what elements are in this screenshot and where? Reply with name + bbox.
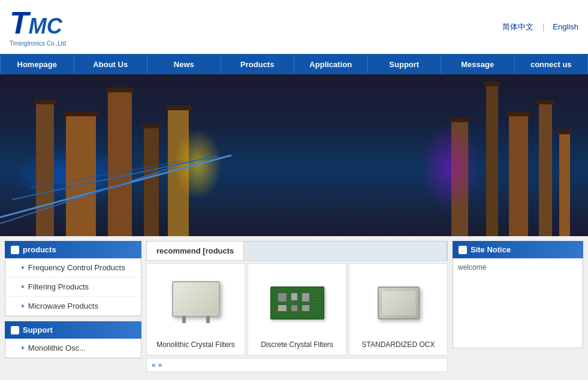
logo-area: T MC Timingtronics Co.,Ltd: [10, 5, 117, 49]
product-card-1[interactable]: Discrete Crystal Filters: [248, 263, 346, 355]
product-card-2[interactable]: STANDARDIZED OCX: [349, 263, 448, 355]
logo-wrapper: T MC Timingtronics Co.,Ltd: [10, 7, 66, 47]
page-header: T MC Timingtronics Co.,Ltd 简体中文 ｜ Englis…: [0, 0, 588, 54]
logo-imc: MC: [29, 14, 62, 39]
nav-products[interactable]: Products: [221, 55, 295, 74]
logo-tagline: Timingtronics Co.,Ltd: [10, 40, 66, 47]
site-notice-text: welcome: [458, 263, 486, 272]
product-img-1: [254, 270, 340, 336]
pcb-chip-2: [291, 293, 297, 300]
pcb-chip-4: [278, 305, 287, 311]
banner: [0, 74, 588, 236]
language-bar: 简体中文 ｜ English: [502, 22, 578, 32]
expand-icon-microwave: +: [21, 303, 25, 309]
nav-bar: Homepage About Us News Products Applicat…: [0, 54, 588, 74]
expand-icon-frequency: +: [21, 264, 25, 271]
products-header-label: products: [23, 245, 56, 254]
logo-text-row: T MC: [10, 7, 62, 39]
site-notice-body: welcome: [453, 258, 583, 348]
pager-prev[interactable]: «: [152, 361, 156, 369]
pcb-chip-1: [278, 293, 287, 301]
chimney-4: [144, 128, 159, 236]
products-section: products + Frequency Control Products + …: [5, 241, 141, 316]
content-tabs: recommend [roducts: [146, 241, 448, 261]
pcb-chip-3: [302, 293, 309, 301]
nav-news[interactable]: News: [147, 55, 221, 74]
chimney-7: [486, 86, 498, 236]
glow-purple: [420, 122, 480, 212]
chimney-3: [108, 92, 132, 236]
sidebar-item-microwave-label: Microwave Products: [28, 301, 98, 310]
products-header-icon: [11, 246, 19, 254]
sidebar-item-frequency-control[interactable]: + Frequency Control Products: [5, 258, 141, 278]
site-notice-icon: [459, 246, 467, 254]
product-name-0: Monolithic Crystal Filters: [153, 340, 239, 349]
sidebar-item-microwave[interactable]: + Microwave Products: [5, 297, 141, 316]
chimney-10: [559, 134, 570, 236]
expand-icon-monolithic-osc: +: [21, 345, 25, 351]
lang-separator: ｜: [539, 22, 547, 31]
sidebar-item-filtering[interactable]: + Filtering Products: [5, 278, 141, 297]
site-notice-header: Site Notice: [453, 241, 583, 258]
crystal-filter-3-img: [378, 286, 420, 319]
nav-message[interactable]: Message: [441, 55, 515, 74]
nav-application[interactable]: Application: [294, 55, 368, 74]
product-img-0: [153, 270, 239, 336]
nav-homepage[interactable]: Homepage: [0, 55, 74, 74]
pager-next[interactable]: »: [158, 361, 162, 369]
left-sidebar: products + Frequency Control Products + …: [5, 241, 141, 372]
product-card-0[interactable]: Monolithic Crystal Filters: [146, 263, 245, 355]
nav-about-us[interactable]: About Us: [74, 55, 148, 74]
chimney-9: [539, 104, 552, 236]
product-img-2: [355, 270, 441, 336]
pcb-chip-5: [291, 305, 297, 311]
sidebar-item-frequency-label: Frequency Control Products: [28, 263, 125, 272]
chimney-8: [509, 116, 528, 236]
banner-image: [0, 74, 588, 236]
products-sidebar-body: + Frequency Control Products + Filtering…: [5, 258, 141, 316]
right-sidebar: Site Notice welcome: [453, 241, 583, 372]
crystal-filter-1-img: [172, 281, 220, 317]
main-content: products + Frequency Control Products + …: [0, 236, 588, 377]
support-section: Support + Monolithic Osc...: [5, 321, 141, 358]
expand-icon-filtering: +: [21, 284, 25, 290]
product-grid: Monolithic Crystal Filters Discrete Crys: [146, 263, 448, 355]
products-sidebar-header: products: [5, 241, 141, 258]
pager-bar: « »: [146, 358, 448, 372]
support-header-icon: [11, 326, 19, 334]
site-notice-title: Site Notice: [471, 245, 511, 254]
sidebar-item-monolithic-osc[interactable]: + Monolithic Osc...: [5, 339, 141, 358]
support-sidebar-header: Support: [5, 321, 141, 339]
lang-cn-link[interactable]: 简体中文: [502, 22, 533, 31]
support-header-label: Support: [23, 325, 53, 334]
product-name-1: Discrete Crystal Filters: [254, 340, 340, 349]
chimney-1: [36, 104, 54, 236]
tab-recommend[interactable]: recommend [roducts: [147, 242, 244, 260]
sidebar-item-filtering-label: Filtering Products: [28, 282, 89, 291]
product-name-2: STANDARDIZED OCX: [355, 340, 441, 349]
nav-connect-us[interactable]: connect us: [515, 55, 589, 74]
sidebar-item-monolithic-osc-label: Monolithic Osc...: [28, 343, 86, 352]
nav-support[interactable]: Support: [368, 55, 442, 74]
center-content: recommend [roducts Monolithic Crystal Fi…: [146, 241, 448, 372]
lang-en-link[interactable]: English: [553, 22, 578, 31]
logo: T MC Timingtronics Co.,Ltd: [10, 5, 117, 49]
logo-t: T: [10, 7, 29, 38]
pcb-chip-6: [302, 305, 309, 311]
tab-other[interactable]: [244, 242, 447, 260]
support-sidebar-body: + Monolithic Osc...: [5, 339, 141, 358]
crystal-filter-2-img: [270, 286, 324, 319]
